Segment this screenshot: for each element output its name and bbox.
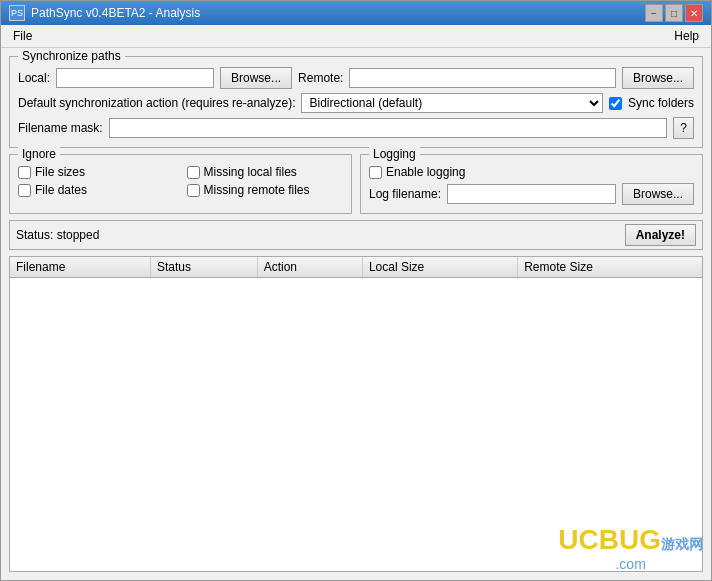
ignore-logging-row: Ignore File sizes File dates xyxy=(9,154,703,214)
remote-label: Remote: xyxy=(298,71,343,85)
local-label: Local: xyxy=(18,71,50,85)
file-dates-row: File dates xyxy=(18,183,175,197)
menu-file[interactable]: File xyxy=(5,27,40,45)
minimize-button[interactable]: − xyxy=(645,4,663,22)
watermark-uc: UC xyxy=(558,524,598,555)
default-action-label: Default synchronization action (requires… xyxy=(18,96,295,110)
file-dates-checkbox[interactable] xyxy=(18,184,31,197)
missing-remote-row: Missing remote files xyxy=(187,183,344,197)
status-bar: Status: stopped Analyze! xyxy=(9,220,703,250)
filename-mask-row: Filename mask: ? xyxy=(18,117,694,139)
status-text: Status: stopped xyxy=(16,228,99,242)
title-bar: PS PathSync v0.4BETA2 - Analysis − □ ✕ xyxy=(1,1,711,25)
missing-local-checkbox[interactable] xyxy=(187,166,200,179)
help-button[interactable]: ? xyxy=(673,117,694,139)
enable-logging-checkbox[interactable] xyxy=(369,166,382,179)
ignore-columns: File sizes File dates Missing local file… xyxy=(18,165,343,197)
window-controls: − □ ✕ xyxy=(645,4,703,22)
window-title: PathSync v0.4BETA2 - Analysis xyxy=(31,6,200,20)
file-sizes-checkbox[interactable] xyxy=(18,166,31,179)
ignore-col-left: File sizes File dates xyxy=(18,165,175,197)
default-action-row: Default synchronization action (requires… xyxy=(18,93,694,113)
local-path-input[interactable] xyxy=(56,68,214,88)
file-sizes-label: File sizes xyxy=(35,165,85,179)
missing-local-row: Missing local files xyxy=(187,165,344,179)
file-sizes-row: File sizes xyxy=(18,165,175,179)
watermark-suffix: 游戏网 xyxy=(661,536,703,552)
logging-group: Logging Enable logging Log filename: Bro… xyxy=(360,154,703,214)
title-bar-left: PS PathSync v0.4BETA2 - Analysis xyxy=(9,5,200,21)
sync-folders-label: Sync folders xyxy=(628,96,694,110)
main-content: Synchronize paths Local: Browse... Remot… xyxy=(1,48,711,580)
sync-folders-checkbox[interactable] xyxy=(609,97,622,110)
log-filename-label: Log filename: xyxy=(369,187,441,201)
file-dates-label: File dates xyxy=(35,183,87,197)
col-local-size: Local Size xyxy=(362,257,517,278)
remote-path-input[interactable] xyxy=(349,68,616,88)
log-filename-row: Log filename: Browse... xyxy=(369,183,694,205)
browse-log-button[interactable]: Browse... xyxy=(622,183,694,205)
missing-local-label: Missing local files xyxy=(204,165,297,179)
col-status: Status xyxy=(150,257,257,278)
browse-remote-button[interactable]: Browse... xyxy=(622,67,694,89)
col-filename: Filename xyxy=(10,257,150,278)
browse-local-button[interactable]: Browse... xyxy=(220,67,292,89)
ignore-group: Ignore File sizes File dates xyxy=(9,154,352,214)
watermark-line2: .com xyxy=(558,556,703,572)
app-icon: PS xyxy=(9,5,25,21)
main-window: PS PathSync v0.4BETA2 - Analysis − □ ✕ F… xyxy=(0,0,712,581)
table-header-row: Filename Status Action Local Size Remote… xyxy=(10,257,702,278)
log-filename-input[interactable] xyxy=(447,184,616,204)
menu-bar: File Help xyxy=(1,25,711,48)
sync-paths-group: Synchronize paths Local: Browse... Remot… xyxy=(9,56,703,148)
col-remote-size: Remote Size xyxy=(518,257,702,278)
enable-logging-label: Enable logging xyxy=(386,165,465,179)
ignore-title: Ignore xyxy=(18,147,60,161)
watermark-line1: UCBUG游戏网 xyxy=(558,524,703,556)
file-table: Filename Status Action Local Size Remote… xyxy=(10,257,702,278)
enable-logging-row: Enable logging xyxy=(369,165,694,179)
close-button[interactable]: ✕ xyxy=(685,4,703,22)
default-action-select[interactable]: Bidirectional (default) xyxy=(301,93,603,113)
menu-help[interactable]: Help xyxy=(666,27,707,45)
missing-remote-label: Missing remote files xyxy=(204,183,310,197)
maximize-button[interactable]: □ xyxy=(665,4,683,22)
filename-mask-input[interactable] xyxy=(109,118,668,138)
ignore-col-right: Missing local files Missing remote files xyxy=(187,165,344,197)
sync-paths-title: Synchronize paths xyxy=(18,49,125,63)
filename-mask-label: Filename mask: xyxy=(18,121,103,135)
watermark: UCBUG游戏网 .com xyxy=(558,524,703,572)
missing-remote-checkbox[interactable] xyxy=(187,184,200,197)
analyze-button[interactable]: Analyze! xyxy=(625,224,696,246)
local-remote-row: Local: Browse... Remote: Browse... xyxy=(18,67,694,89)
logging-title: Logging xyxy=(369,147,420,161)
col-action: Action xyxy=(257,257,362,278)
watermark-bug: BUG xyxy=(599,524,661,555)
